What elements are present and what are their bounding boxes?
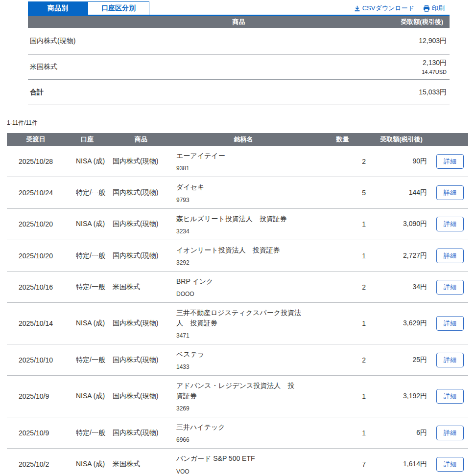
settlement-date: 2025/10/9 [7, 376, 65, 417]
product-type: 米国株式 [110, 449, 172, 476]
security-code: DOOO [176, 291, 314, 297]
tab-by-account-type[interactable]: 口座区分別 [88, 1, 149, 15]
amount-received: 90円 [371, 146, 432, 177]
security-name: イオンリート投資法人 投資証券 [176, 245, 301, 255]
table-row: 2025/10/20 特定/一般 国内株式(現物) イオンリート投資法人 投資証… [7, 240, 468, 271]
product-type: 国内株式(現物) [110, 376, 172, 417]
security-code: 3471 [176, 332, 314, 339]
security-name: アドバンス・レジデンス投資法人 投資証券 [176, 381, 301, 401]
detail-button[interactable]: 詳細 [436, 185, 464, 200]
table-row: 2025/10/10 特定/一般 国内株式(現物) ベステラ 1433 2 25… [7, 344, 468, 376]
settlement-date: 2025/10/9 [7, 417, 65, 448]
detail-cell: 詳細 [432, 240, 468, 271]
header-settlement-date: 受渡日 [7, 133, 65, 146]
detail-button[interactable]: 詳細 [436, 389, 464, 404]
settlement-date: 2025/10/28 [7, 146, 65, 177]
amount-received: 2,727円 [371, 240, 432, 271]
detail-button[interactable]: 詳細 [436, 426, 464, 440]
summary-row-domestic: 国内株式(現物) 12,903円 [28, 28, 450, 55]
quantity: 7 [314, 449, 371, 476]
detail-cell: 詳細 [432, 449, 468, 476]
account-type: NISA (成) [65, 376, 110, 417]
detail-cell: 詳細 [432, 344, 468, 376]
settlement-date: 2025/10/24 [7, 177, 65, 208]
quantity: 2 [314, 344, 371, 376]
summary-panel: 商品別 口座区分別 CSVダウンロード [28, 1, 450, 105]
security-cell: 三井ハイテック 6966 [172, 417, 314, 448]
account-type: NISA (成) [65, 303, 110, 344]
quantity: 1 [314, 208, 371, 240]
product-type: 米国株式 [110, 272, 172, 303]
security-cell: バンガード S&P 500 ETF VOO [172, 449, 314, 476]
security-cell: ダイセキ 9793 [172, 177, 314, 208]
tab-by-product[interactable]: 商品別 [28, 1, 88, 15]
account-type: 特定/一般 [65, 417, 110, 448]
detail-button[interactable]: 詳細 [436, 280, 464, 295]
amount-received: 1,614円 [371, 449, 432, 476]
security-cell: BRP インク DOOO [172, 272, 314, 303]
security-code: 9381 [176, 165, 314, 172]
amount-received: 3,629円 [371, 303, 432, 344]
detail-button[interactable]: 詳細 [436, 316, 464, 331]
quantity: 1 [314, 417, 371, 448]
table-row: 2025/10/24 特定/一般 国内株式(現物) ダイセキ 9793 5 14… [7, 177, 468, 208]
security-cell: イオンリート投資法人 投資証券 3292 [172, 240, 314, 271]
detail-button[interactable]: 詳細 [436, 353, 464, 367]
table-header-row: 受渡日 口座 商品 銘柄名 数量 受取額(税引後) [7, 133, 468, 146]
download-icon [354, 5, 360, 12]
header-product: 商品 [110, 133, 172, 146]
detail-cell: 詳細 [432, 417, 468, 448]
account-type: 特定/一般 [65, 344, 110, 376]
print-link[interactable]: 印刷 [423, 4, 445, 13]
table-row: 2025/10/28 NISA (成) 国内株式(現物) エーアイテイー 938… [7, 146, 468, 177]
quantity: 1 [314, 376, 371, 417]
product-type: 国内株式(現物) [110, 208, 172, 240]
security-code: 9793 [176, 197, 314, 204]
security-name: 三井ハイテック [176, 422, 301, 432]
amount-received: 144円 [371, 177, 432, 208]
security-name: 三井不動産ロジスティクスパーク投資法人 投資証券 [176, 308, 301, 328]
summary-amount: 2,130円 [422, 59, 447, 68]
security-cell: 森ヒルズリート投資法人 投資証券 3234 [172, 208, 314, 240]
security-code: 6966 [176, 436, 314, 443]
csv-download-label: CSVダウンロード [362, 4, 414, 13]
summary-header-product: 商品 [233, 18, 245, 26]
total-amount: 15,033円 [419, 88, 447, 97]
settlement-date: 2025/10/10 [7, 344, 65, 376]
amount-received: 3,192円 [371, 376, 432, 417]
tab-bar: 商品別 口座区分別 CSVダウンロード [28, 1, 450, 16]
settlement-date: 2025/10/16 [7, 272, 65, 303]
detail-button[interactable]: 詳細 [436, 217, 464, 231]
security-name: BRP インク [176, 276, 301, 286]
quantity: 2 [314, 272, 371, 303]
summary-amount-usd: 14.47USD [422, 69, 447, 75]
settlement-date: 2025/10/20 [7, 240, 65, 271]
header-account: 口座 [65, 133, 110, 146]
product-type: 国内株式(現物) [110, 146, 172, 177]
security-code: VOO [176, 468, 314, 475]
account-type: 特定/一般 [65, 240, 110, 271]
security-name: エーアイテイー [176, 151, 301, 160]
record-count: 1-11件/11件 [7, 119, 475, 127]
detail-cell: 詳細 [432, 146, 468, 177]
security-cell: 三井不動産ロジスティクスパーク投資法人 投資証券 3471 [172, 303, 314, 344]
amount-received: 34円 [371, 272, 432, 303]
csv-download-link[interactable]: CSVダウンロード [354, 4, 414, 13]
summary-row-us: 米国株式 2,130円 14.47USD [28, 55, 450, 80]
detail-button[interactable]: 詳細 [436, 249, 464, 263]
security-code: 3292 [176, 259, 314, 266]
settlement-date: 2025/10/14 [7, 303, 65, 344]
product-type: 国内株式(現物) [110, 344, 172, 376]
account-type: NISA (成) [65, 449, 110, 476]
summary-product-name: 国内株式(現物) [30, 37, 75, 45]
settlement-date: 2025/10/20 [7, 208, 65, 240]
detail-button[interactable]: 詳細 [436, 154, 464, 169]
detail-cell: 詳細 [432, 208, 468, 240]
table-row: 2025/10/2 NISA (成) 米国株式 バンガード S&P 500 ET… [7, 449, 468, 476]
detail-cell: 詳細 [432, 376, 468, 417]
product-type: 国内株式(現物) [110, 240, 172, 271]
detail-button[interactable]: 詳細 [436, 457, 464, 472]
product-type: 国内株式(現物) [110, 177, 172, 208]
account-type: NISA (成) [65, 208, 110, 240]
toolbar-links: CSVダウンロード 印刷 [354, 4, 445, 13]
